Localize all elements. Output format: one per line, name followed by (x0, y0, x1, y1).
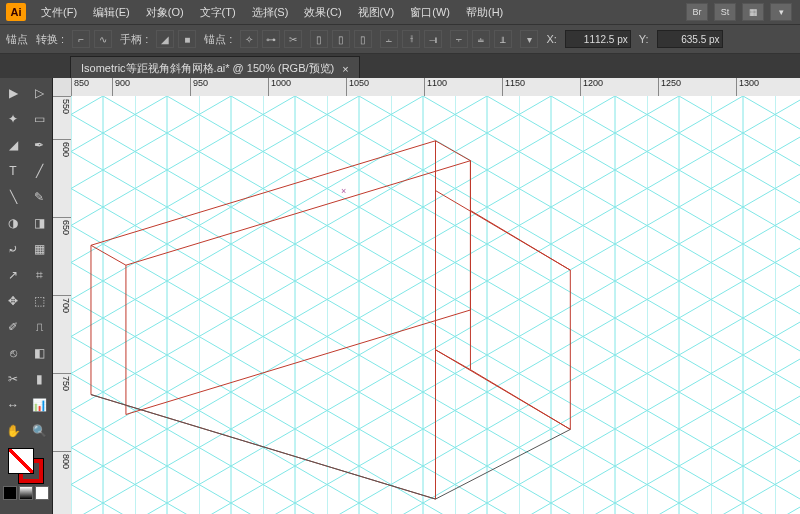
menu-view[interactable]: 视图(V) (351, 2, 402, 23)
ruler-h-tick: 1000 (268, 78, 346, 96)
tab-close-icon[interactable]: × (342, 63, 348, 75)
arrange-docs-icon[interactable]: ▦ (742, 3, 764, 21)
tool-shaper[interactable]: ◑ (1, 211, 25, 235)
x-input[interactable] (565, 30, 631, 48)
tool-shape-builder[interactable]: ✥ (1, 289, 25, 313)
ruler-v-tick: 800 (53, 451, 71, 514)
align-to-icon[interactable]: ▾ (520, 30, 538, 48)
tool-line[interactable]: ╱ (27, 159, 51, 183)
menu-file[interactable]: 文件(F) (34, 2, 84, 23)
tool-curvature[interactable]: ✒ (27, 133, 51, 157)
ruler-h-tick: 1250 (658, 78, 736, 96)
tool-symbol-spray[interactable]: ✂ (1, 367, 25, 391)
tab-bar: Isometric等距视角斜角网格.ai* @ 150% (RGB/预览) × (0, 54, 800, 80)
toolbox: ▶▷ ✦▭ ◢✒ T╱ ╲✎ ◑◨ ⤾▦ ↗⌗ ✥⬚ ✐⎍ ⎋◧ ✂▮ ↔📊 ✋… (0, 78, 53, 514)
ruler-h-tick: 1050 (346, 78, 424, 96)
ruler-v-tick: 550 (53, 96, 71, 139)
tool-scale[interactable]: ▦ (27, 237, 51, 261)
ruler-horizontal[interactable]: 850 900 950 1000 1050 1100 1150 1200 125… (71, 78, 800, 97)
ruler-h-tick: 1200 (580, 78, 658, 96)
menu-window[interactable]: 窗口(W) (403, 2, 457, 23)
ruler-v-tick: 700 (53, 295, 71, 373)
x-label: X: (546, 33, 556, 45)
align-h-left-icon[interactable]: ⫠ (380, 30, 398, 48)
menu-edit[interactable]: 编辑(E) (86, 2, 137, 23)
document-tab[interactable]: Isometric等距视角斜角网格.ai* @ 150% (RGB/预览) × (70, 56, 360, 80)
align-v-bot-icon[interactable]: ⫫ (494, 30, 512, 48)
anchor-label: 锚点 (6, 32, 28, 47)
control-bar: 锚点 转换 : ⌐ ∿ 手柄 : ◢ ■ 锚点 : ✧ ⊶ ✂ ▯ ▯ ▯ ⫠ … (0, 24, 800, 54)
tool-artboard[interactable]: ↔ (1, 393, 25, 417)
tool-gradient[interactable]: ⎍ (27, 315, 51, 339)
menu-help[interactable]: 帮助(H) (459, 2, 510, 23)
align-h-right-icon[interactable]: ⫣ (424, 30, 442, 48)
ruler-v-tick: 600 (53, 139, 71, 217)
tool-perspective[interactable]: ⬚ (27, 289, 51, 313)
tool-eraser[interactable]: ◨ (27, 211, 51, 235)
y-label: Y: (639, 33, 649, 45)
tool-eyedropper[interactable]: ⎋ (1, 341, 25, 365)
ruler-h-tick: 1100 (424, 78, 502, 96)
tool-zoom[interactable]: 🔍 (27, 419, 51, 443)
menu-object[interactable]: 对象(O) (139, 2, 191, 23)
convert-smooth-icon[interactable]: ∿ (94, 30, 112, 48)
tool-direct-select[interactable]: ▷ (27, 81, 51, 105)
menu-type[interactable]: 文字(T) (193, 2, 243, 23)
show-handle-icon[interactable]: ◢ (156, 30, 174, 48)
bridge-icon[interactable]: Br (686, 3, 708, 21)
ruler-v-tick: 750 (53, 373, 71, 451)
ruler-h-tick: 900 (112, 78, 190, 96)
align-h-center-icon[interactable]: ⫲ (402, 30, 420, 48)
ruler-h-tick: 1300 (736, 78, 800, 96)
convert-label: 转换 : (36, 32, 64, 47)
ruler-h-tick: 1150 (502, 78, 580, 96)
cut-anchor-icon[interactable]: ✂ (284, 30, 302, 48)
canvas-area[interactable]: 850 900 950 1000 1050 1100 1150 1200 125… (53, 78, 800, 514)
tool-type[interactable]: T (1, 159, 25, 183)
y-input[interactable] (657, 30, 723, 48)
remove-anchor-icon[interactable]: ✧ (240, 30, 258, 48)
fill-swatch[interactable] (8, 448, 34, 474)
tab-title: Isometric等距视角斜角网格.ai* @ 150% (RGB/预览) (81, 61, 334, 76)
menu-select[interactable]: 选择(S) (245, 2, 296, 23)
menubar: Ai 文件(F) 编辑(E) 对象(O) 文字(T) 选择(S) 效果(C) 视… (0, 0, 800, 24)
ruler-h-tick: 950 (190, 78, 268, 96)
tool-hand[interactable]: ✋ (1, 419, 25, 443)
align-v-top-icon[interactable]: ⫟ (450, 30, 468, 48)
tool-column-graph[interactable]: ▮ (27, 367, 51, 391)
tool-lasso[interactable]: ▭ (27, 107, 51, 131)
tool-paintbrush[interactable]: ✎ (27, 185, 51, 209)
align-v-mid-icon[interactable]: ⫨ (472, 30, 490, 48)
canvas[interactable]: × (71, 96, 800, 514)
workspace-switcher[interactable]: ▾ (770, 3, 792, 21)
tool-blend[interactable]: ◧ (27, 341, 51, 365)
ruler-v-tick: 650 (53, 217, 71, 295)
handle-label: 手柄 : (120, 32, 148, 47)
tool-pen[interactable]: ◢ (1, 133, 25, 157)
tool-rectangle[interactable]: ╲ (1, 185, 25, 209)
tool-magic-wand[interactable]: ✦ (1, 107, 25, 131)
none-mode-swatch[interactable] (35, 486, 49, 500)
menu-effect[interactable]: 效果(C) (297, 2, 348, 23)
align-edge-icon-1[interactable]: ▯ (310, 30, 328, 48)
app-logo: Ai (6, 3, 26, 21)
hide-handle-icon[interactable]: ■ (178, 30, 196, 48)
stock-icon[interactable]: St (714, 3, 736, 21)
convert-corner-icon[interactable]: ⌐ (72, 30, 90, 48)
ruler-origin[interactable] (53, 78, 72, 97)
tool-free-transform[interactable]: ⌗ (27, 263, 51, 287)
anchor-marker-icon: × (341, 186, 346, 196)
tool-selection[interactable]: ▶ (1, 81, 25, 105)
align-edge-icon-3[interactable]: ▯ (354, 30, 372, 48)
tool-width[interactable]: ↗ (1, 263, 25, 287)
connect-anchor-icon[interactable]: ⊶ (262, 30, 280, 48)
tool-slice[interactable]: 📊 (27, 393, 51, 417)
tool-mesh[interactable]: ✐ (1, 315, 25, 339)
tool-rotate[interactable]: ⤾ (1, 237, 25, 261)
align-edge-icon-2[interactable]: ▯ (332, 30, 350, 48)
artwork-paths (71, 96, 800, 514)
fill-stroke-swatch[interactable] (8, 448, 44, 484)
gradient-mode-swatch[interactable] (19, 486, 33, 500)
ruler-vertical[interactable]: 550 600 650 700 750 800 (53, 96, 72, 514)
color-mode-swatch[interactable] (3, 486, 17, 500)
